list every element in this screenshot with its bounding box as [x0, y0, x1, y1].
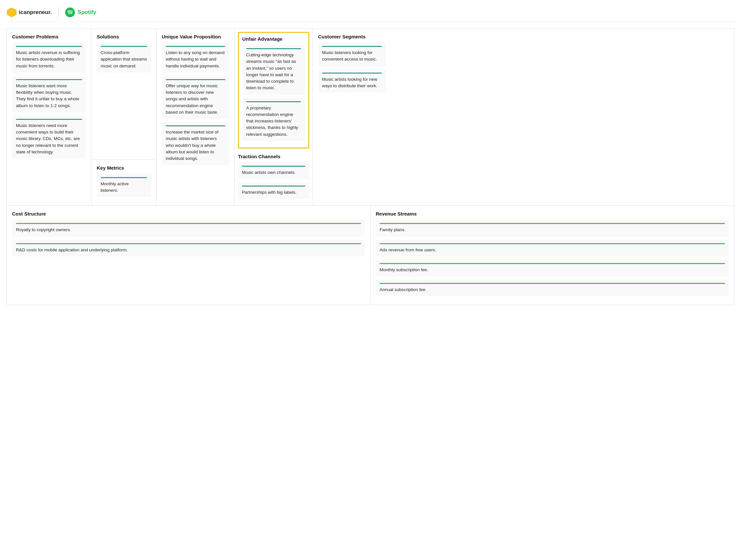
- uvp-cell: Unique Value Proposition Listen to any s…: [156, 29, 235, 205]
- spotify-label: Spotify: [77, 9, 96, 16]
- list-item: Ads revenue from free users.: [376, 240, 729, 257]
- list-item: Music artists revenue is suffering for l…: [12, 43, 86, 73]
- list-item: Listen to any song on demand without hav…: [162, 43, 229, 73]
- customer-problems-cell: Customer Problems Music artists revenue …: [7, 29, 91, 205]
- header-divider: [58, 6, 59, 18]
- customer-segments-cell: Customer Segments Music listeners lookin…: [313, 29, 391, 205]
- traction-card-2: Partnerships with big labels.: [242, 189, 306, 196]
- canvas-top-row: Customer Problems Music artists revenue …: [7, 29, 734, 206]
- list-item: A proprietary recommendation engine that…: [242, 98, 305, 141]
- customer-problems-card-3: Music listeners need more convenient way…: [16, 123, 82, 155]
- key-metrics-card-1: Monthly active listeners.: [100, 181, 147, 194]
- list-item: Partnerships with big labels.: [238, 182, 309, 199]
- revenue-card-2: Ads revenue from free users.: [380, 247, 725, 253]
- lean-canvas: Customer Problems Music artists revenue …: [6, 28, 735, 305]
- key-metrics-title: Key Metrics: [97, 165, 151, 170]
- cost-card-2: R&D costs for mobile application and und…: [16, 247, 361, 253]
- unfair-advantage-card-2: A proprietary recommendation engine that…: [246, 105, 301, 138]
- unfair-advantage-title: Unfair Advantage: [242, 36, 305, 42]
- traction-channels-title: Traction Channels: [238, 154, 309, 159]
- revenue-streams-cell: Revenue Streams Family plans. Ads revenu…: [370, 206, 734, 305]
- header: icanpreneur. Spotify: [6, 6, 735, 22]
- customer-segments-card-1: Music listeners looking for convenient a…: [322, 50, 382, 63]
- list-item: Increase the market size of music artist…: [162, 122, 229, 165]
- list-item: Monthly active listeners.: [97, 174, 151, 197]
- list-item: Music artists looking for new ways to di…: [318, 69, 386, 93]
- solutions-section: Solutions Cross-platform application tha…: [91, 29, 156, 159]
- uvp-title: Unique Value Proposition: [162, 34, 229, 40]
- icanpreneur-logo: icanpreneur.: [6, 7, 52, 17]
- list-item: Music listeners want more flexibility wh…: [12, 76, 86, 112]
- uvp-card-3: Increase the market size of music artist…: [166, 129, 225, 162]
- uvp-card-2: Offer unique way for music listeners to …: [166, 83, 225, 116]
- list-item: Offer unique way for music listeners to …: [162, 76, 229, 119]
- svg-marker-0: [7, 8, 16, 17]
- cost-structure-cell: Cost Structure Royalty to copyright owne…: [7, 206, 370, 305]
- customer-problems-card-2: Music listeners want more flexibility wh…: [16, 83, 82, 109]
- customer-segments-card-2: Music artists looking for new ways to di…: [322, 76, 382, 89]
- list-item: Royalty to copyright owners.: [12, 220, 365, 236]
- key-metrics-section: Key Metrics Monthly active listeners.: [91, 159, 156, 206]
- customer-segments-title: Customer Segments: [318, 34, 386, 40]
- solutions-card-1: Cross-platform application that streams …: [100, 50, 147, 69]
- unfair-traction-cell: Unfair Advantage Cutting-edge technology…: [235, 29, 313, 205]
- cost-structure-title: Cost Structure: [12, 211, 365, 216]
- list-item: R&D costs for mobile application and und…: [12, 240, 365, 257]
- list-item: Annual subscription fee.: [376, 280, 729, 296]
- list-item: Monthly subscription fee.: [376, 260, 729, 276]
- spotify-icon: [65, 7, 75, 17]
- cost-card-1: Royalty to copyright owners.: [16, 227, 361, 233]
- list-item: Music listeners looking for convenient a…: [318, 43, 386, 66]
- list-item: Family plans.: [376, 220, 729, 236]
- unfair-advantage-card-1: Cutting-edge technology streams music "a…: [246, 52, 301, 91]
- traction-channels-section: Traction Channels Music artists own chan…: [235, 150, 313, 206]
- revenue-card-4: Annual subscription fee.: [380, 286, 725, 293]
- revenue-streams-title: Revenue Streams: [376, 211, 729, 216]
- list-item: Cross-platform application that streams …: [97, 43, 151, 73]
- unfair-advantage-section: Unfair Advantage Cutting-edge technology…: [238, 32, 309, 148]
- icanpreneur-icon: [6, 7, 17, 17]
- solutions-title: Solutions: [97, 34, 151, 40]
- list-item: Music artists own channels.: [238, 162, 309, 179]
- solutions-keymetrics-cell: Solutions Cross-platform application tha…: [91, 29, 156, 205]
- list-item: Cutting-edge technology streams music "a…: [242, 45, 305, 95]
- list-item: Music listeners need more convenient way…: [12, 116, 86, 158]
- revenue-card-1: Family plans.: [380, 227, 725, 233]
- icanpreneur-label: icanpreneur.: [19, 9, 52, 16]
- customer-problems-card-1: Music artists revenue is suffering for l…: [16, 50, 82, 69]
- traction-card-1: Music artists own channels.: [242, 169, 306, 176]
- spotify-logo: Spotify: [65, 7, 96, 17]
- revenue-card-3: Monthly subscription fee.: [380, 267, 725, 273]
- customer-problems-title: Customer Problems: [12, 34, 86, 40]
- canvas-bottom-row: Cost Structure Royalty to copyright owne…: [7, 206, 734, 305]
- uvp-card-1: Listen to any song on demand without hav…: [166, 50, 225, 69]
